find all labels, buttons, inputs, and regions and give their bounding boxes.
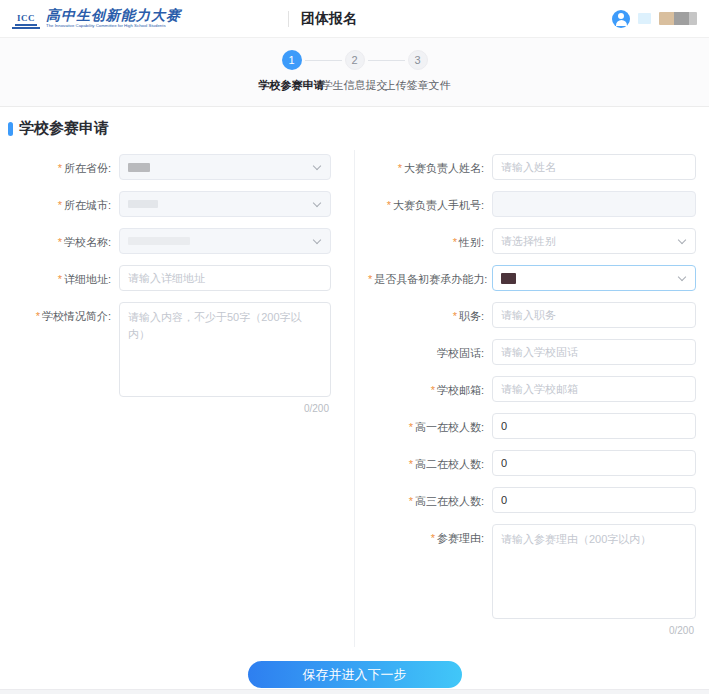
redacted-badge [638,13,651,24]
save-next-button[interactable]: 保存并进入下一步 [248,661,462,688]
leader-name-input[interactable] [492,154,696,180]
field-row-leader-phone: *大赛负责人手机号: [368,191,709,217]
application-form: *所在省份: *所在城市: *学校名称: [0,150,709,647]
field-row-gender: *性别: 请选择性别 [368,228,709,254]
school-intro-textarea[interactable] [119,302,331,397]
step-1-circle[interactable]: 1 [282,50,302,70]
chevron-down-icon [313,199,321,207]
field-label: *所在城市: [0,191,111,217]
required-mark: * [409,495,413,507]
field-label: *大赛负责人手机号: [368,191,484,217]
field-label: *是否具备初赛承办能力: [368,265,484,291]
section-bullet-icon [8,122,13,136]
field-row-grade3-count: *高三在校人数: [368,487,709,513]
field-label: *参赛理由: [368,524,484,636]
field-row-grade1-count: *高一在校人数: [368,413,709,439]
step-2-label[interactable]: 学生信息提交 [322,78,388,93]
form-column-right: *大赛负责人姓名: *大赛负责人手机号: *性别: 请选择性别 [355,150,709,647]
section-title: 学校参赛申请 [19,119,109,138]
step-2-circle[interactable]: 2 [345,50,365,70]
field-row-leader-name: *大赛负责人姓名: [368,154,709,180]
grade1-count-input[interactable] [492,413,696,439]
required-mark: * [387,199,391,211]
logo-title: 高中生创新能力大赛 [46,8,276,23]
school-name-select[interactable] [119,228,331,254]
required-mark: * [58,273,62,285]
redacted-value [128,200,158,208]
field-label: *职务: [368,302,484,328]
field-row-preliminary-capability: *是否具备初赛承办能力: [368,265,709,291]
field-row-reason: *参赛理由: 0/200 [368,524,709,636]
chevron-down-icon [678,273,686,281]
field-row-grade2-count: *高二在校人数: [368,450,709,476]
field-label: *学校名称: [0,228,111,254]
field-row-address: *详细地址: [0,265,354,291]
field-label: *详细地址: [0,265,111,291]
field-label: *学校邮箱: [368,376,484,402]
field-label: *所在省份: [0,154,111,180]
header-divider [288,11,289,27]
grade2-count-input[interactable] [492,450,696,476]
form-column-left: *所在省份: *所在城市: *学校名称: [0,150,355,647]
gender-select[interactable]: 请选择性别 [492,228,696,254]
chevron-down-icon [313,162,321,170]
position-input[interactable] [492,302,696,328]
header-right [612,10,697,28]
required-mark: * [36,310,40,322]
stepper: 1 2 3 学校参赛申请 学生信息提交 上传签章文件 [282,38,428,106]
required-mark: * [431,384,435,396]
step-connector [368,60,405,61]
province-select[interactable] [119,154,331,180]
step-connector [305,60,342,61]
required-mark: * [431,532,435,544]
step-1-label[interactable]: 学校参赛申请 [259,78,325,93]
school-email-input[interactable] [492,376,696,402]
field-label: *大赛负责人姓名: [368,154,484,180]
required-mark: * [453,310,457,322]
field-label: *高一在校人数: [368,413,484,439]
field-row-school-phone: 学校固话: [368,339,709,365]
address-input[interactable] [119,265,331,291]
section-header: 学校参赛申请 [8,119,709,138]
footer-strip [0,689,709,694]
field-label: *高二在校人数: [368,450,484,476]
leader-phone-input[interactable] [492,191,696,217]
field-row-school-intro: *学校情况简介: 0/200 [0,302,354,414]
school-phone-input[interactable] [492,339,696,365]
field-label: *高三在校人数: [368,487,484,513]
step-3-circle[interactable]: 3 [408,50,428,70]
form-actions: 保存并进入下一步 [0,661,709,688]
required-mark: * [453,236,457,248]
city-select[interactable] [119,191,331,217]
logo-subtitle: The Innovative Capability Committee for … [46,23,156,26]
char-counter: 0/200 [492,625,696,636]
grade3-count-input[interactable] [492,487,696,513]
char-counter: 0/200 [119,403,331,414]
field-row-province: *所在省份: [0,154,354,180]
redacted-value [501,273,516,284]
required-mark: * [58,236,62,248]
required-mark: * [58,199,62,211]
page-title: 团体报名 [301,10,357,28]
icc-logo: ICC 高中生创新能力大赛 The Innovative Capability … [12,8,276,29]
field-row-school-name: *学校名称: [0,228,354,254]
redacted-username[interactable] [659,12,697,25]
step-3-label[interactable]: 上传签章文件 [385,78,451,93]
field-label: *性别: [368,228,484,254]
redacted-value [128,237,190,245]
field-label: 学校固话: [368,339,484,365]
preliminary-capability-select[interactable] [492,265,696,291]
field-label: *学校情况简介: [0,302,111,414]
required-mark: * [409,458,413,470]
user-avatar-icon[interactable] [612,10,630,28]
icc-podium-icon: ICC [12,13,40,29]
group-registration-page: ICC 高中生创新能力大赛 The Innovative Capability … [0,0,709,694]
required-mark: * [368,273,372,285]
chevron-down-icon [313,236,321,244]
reason-textarea[interactable] [492,524,696,619]
app-header: ICC 高中生创新能力大赛 The Innovative Capability … [0,0,709,38]
required-mark: * [398,162,402,174]
required-mark: * [58,162,62,174]
redacted-value [128,163,150,172]
stepper-bar: 1 2 3 学校参赛申请 学生信息提交 上传签章文件 [0,38,709,107]
